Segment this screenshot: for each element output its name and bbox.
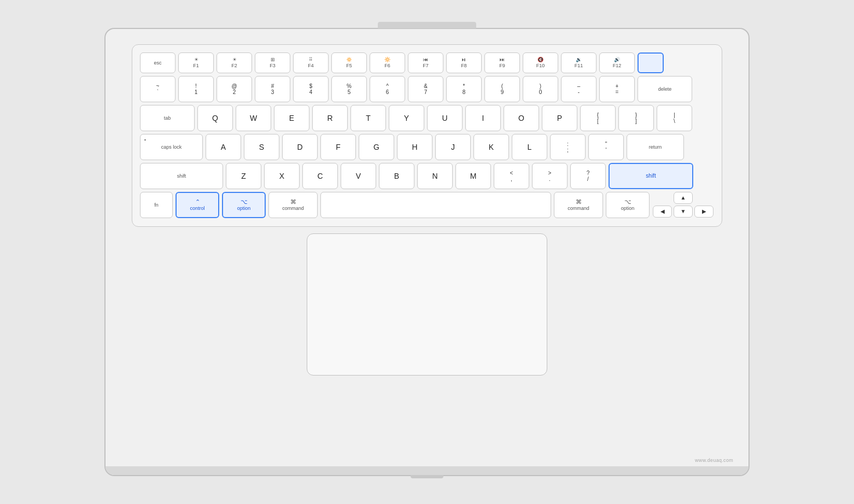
key-z[interactable]: Z <box>226 163 261 189</box>
laptop-foot <box>411 475 443 478</box>
key-equals[interactable]: + = <box>599 76 635 102</box>
key-m[interactable]: M <box>455 163 491 189</box>
key-tab[interactable]: tab <box>140 105 195 131</box>
key-k[interactable]: K <box>473 134 509 160</box>
key-option-left[interactable]: ⌥ option <box>222 192 266 218</box>
key-tilde[interactable]: ~ ` <box>140 76 176 102</box>
key-u[interactable]: U <box>427 105 463 131</box>
key-l[interactable]: L <box>512 134 547 160</box>
key-i[interactable]: I <box>465 105 501 131</box>
key-p[interactable]: P <box>542 105 577 131</box>
key-return[interactable]: return <box>627 134 684 160</box>
key-minus[interactable]: – - <box>561 76 596 102</box>
key-0[interactable]: ) 0 <box>523 76 558 102</box>
key-period[interactable]: > . <box>532 163 568 189</box>
key-t[interactable]: T <box>350 105 386 131</box>
key-9[interactable]: ( 9 <box>484 76 520 102</box>
key-arrow-right[interactable]: ▶ <box>694 206 713 218</box>
watermark: www.deuaq.com <box>695 458 733 463</box>
key-quote[interactable]: " ' <box>588 134 624 160</box>
key-a[interactable]: A <box>206 134 241 160</box>
key-arrow-up[interactable]: ▲ <box>674 192 693 204</box>
number-row: ~ ` ! 1 @ 2 # 3 <box>140 76 714 102</box>
laptop-body: esc ☀ F1 ☀ F2 ⊞ F3 ⠿ F4 🔅 F5 <box>104 28 750 476</box>
key-delete[interactable]: delete <box>637 76 692 102</box>
key-f11[interactable]: 🔉 F11 <box>561 52 596 73</box>
key-q[interactable]: Q <box>197 105 233 131</box>
keyboard-area: esc ☀ F1 ☀ F2 ⊞ F3 ⠿ F4 🔅 F5 <box>132 44 722 227</box>
key-g[interactable]: G <box>359 134 394 160</box>
home-row: • caps lock A S D F G H J K L : ; " ' <box>140 134 714 160</box>
key-f6[interactable]: 🔆 F6 <box>370 52 405 73</box>
key-s[interactable]: S <box>244 134 279 160</box>
key-fn[interactable]: fn <box>140 192 173 218</box>
key-arrow-left[interactable]: ◀ <box>653 206 672 218</box>
key-space[interactable] <box>320 192 551 218</box>
key-f8[interactable]: ⏯ F8 <box>446 52 482 73</box>
key-d[interactable]: D <box>282 134 318 160</box>
key-f1[interactable]: ☀ F1 <box>178 52 214 73</box>
key-backslash[interactable]: | \ <box>657 105 692 131</box>
key-w[interactable]: W <box>236 105 271 131</box>
key-j[interactable]: J <box>435 134 471 160</box>
key-bracket-right[interactable]: } ] <box>618 105 654 131</box>
key-f5[interactable]: 🔅 F5 <box>331 52 367 73</box>
key-h[interactable]: H <box>397 134 432 160</box>
key-comma[interactable]: < , <box>494 163 529 189</box>
key-n[interactable]: N <box>417 163 453 189</box>
key-f10[interactable]: 🔇 F10 <box>523 52 558 73</box>
key-power[interactable] <box>637 52 664 73</box>
key-f3[interactable]: ⊞ F3 <box>255 52 290 73</box>
key-1[interactable]: ! 1 <box>178 76 214 102</box>
key-f[interactable]: F <box>320 134 356 160</box>
key-f7[interactable]: ⏮ F7 <box>408 52 443 73</box>
trackpad-area <box>307 233 547 376</box>
key-semicolon[interactable]: : ; <box>550 134 586 160</box>
key-2[interactable]: @ 2 <box>217 76 252 102</box>
trackpad[interactable] <box>307 233 547 376</box>
key-f12[interactable]: 🔊 F12 <box>599 52 635 73</box>
key-esc[interactable]: esc <box>140 52 176 73</box>
key-shift-left[interactable]: shift <box>140 163 223 189</box>
key-x[interactable]: X <box>264 163 300 189</box>
arrow-cluster: ▲ ◀ ▼ ▶ <box>652 192 714 218</box>
bottom-row: fn ⌃ control ⌥ option ⌘ command ⌘ comman… <box>140 192 714 218</box>
key-b[interactable]: B <box>379 163 414 189</box>
key-7[interactable]: & 7 <box>408 76 443 102</box>
key-capslock[interactable]: • caps lock <box>140 134 203 160</box>
key-slash[interactable]: ? / <box>570 163 606 189</box>
key-shift-right[interactable]: shift <box>609 163 693 189</box>
function-row: esc ☀ F1 ☀ F2 ⊞ F3 ⠿ F4 🔅 F5 <box>140 52 714 73</box>
key-f2[interactable]: ☀ F2 <box>217 52 252 73</box>
key-f9[interactable]: ⏭ F9 <box>484 52 520 73</box>
qwerty-row: tab Q W E R T Y U I O P { [ } ] <box>140 105 714 131</box>
key-arrow-down[interactable]: ▼ <box>674 206 693 218</box>
key-y[interactable]: Y <box>389 105 424 131</box>
key-3[interactable]: # 3 <box>255 76 290 102</box>
key-control-left[interactable]: ⌃ control <box>176 192 219 218</box>
key-command-right[interactable]: ⌘ command <box>554 192 603 218</box>
key-4[interactable]: $ 4 <box>293 76 329 102</box>
key-v[interactable]: V <box>341 163 376 189</box>
key-f4[interactable]: ⠿ F4 <box>293 52 329 73</box>
key-8[interactable]: * 8 <box>446 76 482 102</box>
key-6[interactable]: ^ 6 <box>370 76 405 102</box>
key-e[interactable]: E <box>274 105 309 131</box>
key-c[interactable]: C <box>302 163 338 189</box>
laptop-hinge <box>378 22 476 28</box>
key-bracket-left[interactable]: { [ <box>580 105 616 131</box>
key-r[interactable]: R <box>312 105 348 131</box>
laptop-bottom-bar <box>106 466 748 475</box>
shift-row: shift Z X C V B N M < , > . <box>140 163 714 189</box>
key-5[interactable]: % 5 <box>331 76 367 102</box>
key-command-left[interactable]: ⌘ command <box>268 192 318 218</box>
key-option-right[interactable]: ⌥ option <box>606 192 650 218</box>
key-o[interactable]: O <box>504 105 539 131</box>
